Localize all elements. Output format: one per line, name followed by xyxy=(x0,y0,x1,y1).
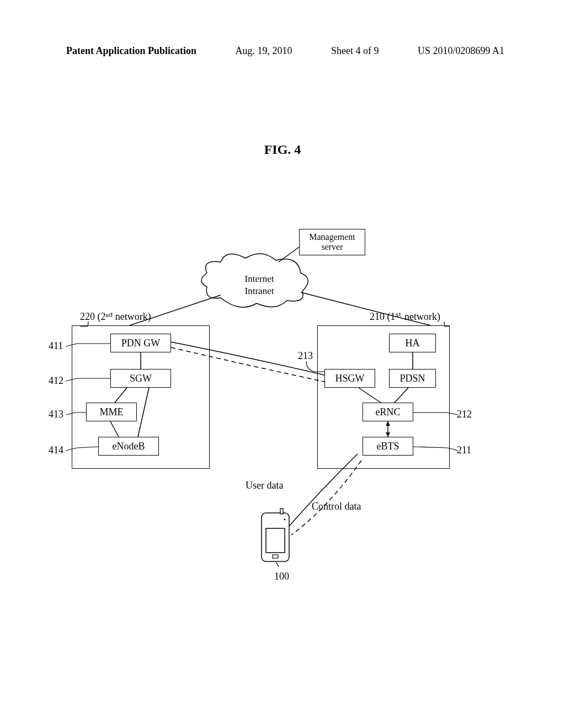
ref-413: 413 xyxy=(49,409,63,420)
cloud-line1: Internet xyxy=(229,273,290,285)
ref-220: 220 (2ⁿᵈ network) xyxy=(80,311,151,323)
ref-220-txt: (2ⁿᵈ network) xyxy=(98,311,151,322)
mgmt-server-line1: Management xyxy=(309,232,355,242)
user-data-label: User data xyxy=(246,480,283,491)
management-server-box: Management server xyxy=(299,229,365,255)
svg-rect-15 xyxy=(273,555,278,558)
header-sheet: Sheet 4 of 9 xyxy=(331,45,379,57)
mme-node: MME xyxy=(86,403,137,421)
svg-line-0 xyxy=(279,247,299,262)
control-data-label: Control data xyxy=(312,501,361,512)
ref-212: 212 xyxy=(457,409,472,420)
ernc-node: eRNC xyxy=(363,403,413,421)
header-publication: Patent Application Publication xyxy=(66,45,196,57)
header-date: Aug. 19, 2010 xyxy=(236,45,292,57)
sgw-node: SGW xyxy=(110,369,171,388)
ref-210: 210 (1ˢᵗ network) xyxy=(370,311,440,323)
cloud-line2: Intranet xyxy=(229,285,290,297)
ref-411: 411 xyxy=(49,340,63,352)
ha-node: HA xyxy=(389,334,436,352)
figure-title: FIG. 4 xyxy=(0,142,565,157)
ref-211: 211 xyxy=(457,445,471,456)
ebts-node: eBTS xyxy=(363,437,413,456)
ref-220-num: 220 xyxy=(80,311,95,322)
ref-412: 412 xyxy=(49,375,63,387)
ref-210-txt: (1ˢᵗ network) xyxy=(387,311,440,322)
header-pubno: US 2010/0208699 A1 xyxy=(418,45,504,57)
ref-100: 100 xyxy=(274,571,289,582)
hsgw-node: HSGW xyxy=(324,369,375,388)
mobile-terminal-icon xyxy=(259,507,291,563)
network-diagram: Management server Internet Intranet PDN … xyxy=(55,210,510,596)
mgmt-server-line2: server xyxy=(321,242,343,252)
ref-414: 414 xyxy=(49,445,63,456)
svg-point-16 xyxy=(284,519,286,521)
pdsn-node: PDSN xyxy=(389,369,436,388)
svg-rect-14 xyxy=(266,528,285,553)
svg-rect-17 xyxy=(280,508,283,514)
internet-cloud-label: Internet Intranet xyxy=(229,273,290,297)
ref-213: 213 xyxy=(298,350,313,362)
ref-210-num: 210 xyxy=(370,311,385,322)
enodeb-node: eNodeB xyxy=(98,437,159,456)
pdn-gw-node: PDN GW xyxy=(110,334,171,352)
